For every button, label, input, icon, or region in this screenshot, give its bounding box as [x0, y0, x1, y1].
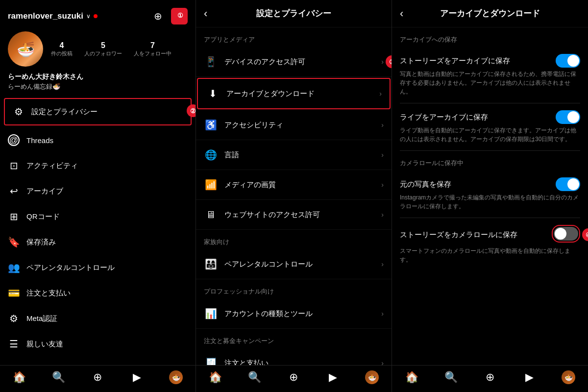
stories-archive-toggle[interactable]	[556, 54, 580, 68]
live-archive-desc: ライブ動画を自動的にアーカイブに保存できます。アーカイブは他の人には表示されませ…	[400, 126, 580, 144]
menu-item-favorites[interactable]: ☆ お気に入り	[0, 357, 196, 365]
online-indicator	[94, 14, 98, 18]
home-nav-icon[interactable]: 🏠	[13, 370, 26, 384]
menu-item-archive[interactable]: ↩ アーカイブ	[0, 178, 196, 204]
stories-archive-header: ストーリーズをアーカイブに保存	[400, 54, 580, 68]
media-quality-item[interactable]: 📶 メディアの画質 ›	[196, 170, 392, 200]
chevron-right-icon: ›	[381, 58, 384, 66]
home-nav-icon3[interactable]: 🏠	[405, 370, 418, 384]
profile-header: ramenlover_suzuki ∨ ⊕ ≡ ① 🍜 4 件の投稿 5 人のフ…	[0, 0, 196, 96]
orders-payment-item[interactable]: 🧾 注文と支払い ›	[196, 348, 392, 365]
add-nav-icon2[interactable]: ⊕	[287, 370, 300, 384]
annotation-4: ④	[582, 228, 588, 241]
back-button[interactable]: ‹	[204, 7, 207, 20]
archive-section-title-2: カメラロールに保存中	[392, 151, 588, 171]
menu-list: @ Threads ⊡ アクティビティ ↩ アーカイブ ⊞ QRコード 🔖 保存…	[0, 125, 196, 365]
archive-back-button[interactable]: ‹	[400, 7, 403, 20]
reels-nav-icon3[interactable]: ▶	[522, 370, 536, 384]
annotation-2: ②	[187, 104, 196, 117]
profile-nav-icon3[interactable]: 🍜	[562, 370, 575, 384]
stories-archive-item: ストーリーズをアーカイブに保存 写真と動画は自動的にアーカイブに保存されるため、…	[392, 47, 588, 103]
original-photos-desc: Instagramカメラで撮った未編集の写真や動画を自動的に自分のカメラロールに…	[400, 193, 580, 211]
close-friends-icon: ☰	[8, 338, 20, 350]
reels-nav-icon[interactable]: ▶	[130, 370, 144, 384]
menu-item-parental[interactable]: 👥 ペアレンタルコントロール	[0, 255, 196, 280]
archive-panel-header: ‹ アーカイブとダウンロード	[392, 0, 588, 27]
device-icon: 📱	[204, 55, 218, 69]
account-types-item[interactable]: 📊 アカウントの種類とツール ›	[196, 299, 392, 329]
panel-profile: ramenlover_suzuki ∨ ⊕ ≡ ① 🍜 4 件の投稿 5 人のフ…	[0, 0, 196, 392]
search-nav-icon3[interactable]: 🔍	[444, 370, 458, 384]
menu-item-qr[interactable]: ⊞ QRコード	[0, 204, 196, 229]
menu-item-saved[interactable]: 🔖 保存済み	[0, 229, 196, 255]
parental-control-icon: 👨‍👩‍👧	[204, 257, 218, 271]
reels-nav-icon2[interactable]: ▶	[326, 370, 340, 384]
parental-control-item[interactable]: 👨‍👩‍👧 ペアレンタルコントロール ›	[196, 249, 392, 279]
toggle-knob-4	[555, 228, 566, 240]
add-nav-icon[interactable]: ⊕	[91, 370, 104, 384]
menu-item-orders[interactable]: 💳 注文と支払い	[0, 280, 196, 306]
menu-item-close-friends[interactable]: ☰ 親しい友達	[0, 331, 196, 357]
threads-icon: @	[8, 134, 20, 146]
add-button[interactable]: ⊕	[149, 8, 166, 24]
qr-label: QRコード	[26, 212, 60, 221]
section-header-professional: プロフェッショナル向け	[196, 279, 392, 299]
panel-settings: ‹ 設定とプライバシー アプリとメディア 📱 デバイスのアクセス許可 › ③ ⬇…	[196, 0, 392, 392]
language-item[interactable]: 🌐 言語 ›	[196, 140, 392, 170]
chevron-right-icon9: ›	[381, 359, 384, 365]
chevron-right-icon2: ›	[379, 90, 382, 98]
stories-archive-title: ストーリーズをアーカイブに保存	[400, 56, 510, 66]
add-nav-icon3[interactable]: ⊕	[483, 370, 497, 384]
profile-top-row: ramenlover_suzuki ∨ ⊕ ≡ ①	[8, 8, 188, 24]
settings-privacy-item[interactable]: ⚙ 設定とプライバシー	[4, 98, 192, 125]
toggle-knob-2	[567, 111, 579, 123]
section-header-orders: 注文と募金キャンペーン	[196, 329, 392, 348]
website-icon: 🖥	[204, 208, 218, 221]
toggle-knob	[567, 55, 579, 67]
stories-camera-roll-desc: スマートフォンのカメラロールに写真や動画を自動的に保存します。	[400, 246, 580, 264]
chevron-down-icon[interactable]: ∨	[86, 13, 91, 20]
website-access-item[interactable]: 🖥 ウェブサイトのアクセス許可 ›	[196, 200, 392, 230]
chevron-right-icon5: ›	[381, 181, 384, 189]
live-archive-toggle[interactable]	[556, 110, 580, 124]
original-photos-item: 元の写真を保存 Instagramカメラで撮った未編集の写真や動画を自動的に自分…	[392, 171, 588, 218]
qr-icon: ⊞	[8, 211, 20, 222]
website-label: ウェブサイトのアクセス許可	[224, 210, 374, 220]
settings-list: アプリとメディア 📱 デバイスのアクセス許可 › ③ ⬇ アーカイブとダウンロー…	[196, 27, 392, 365]
live-archive-title: ライブをアーカイブに保存	[400, 113, 488, 122]
profile-nav-icon2[interactable]: 🍜	[365, 370, 379, 384]
menu-item-meta[interactable]: ⚙ Meta認証	[0, 306, 196, 331]
orders-icon: 💳	[8, 287, 20, 299]
home-nav-icon2[interactable]: 🏠	[209, 370, 222, 384]
live-archive-header: ライブをアーカイブに保存	[400, 110, 580, 124]
stories-camera-roll-toggle[interactable]	[554, 227, 578, 241]
parental-icon: 👥	[8, 262, 20, 273]
stories-camera-roll-toggle-wrap	[552, 225, 580, 243]
activity-icon: ⊡	[8, 160, 20, 172]
following-stat: 7 人をフォロー中	[134, 41, 172, 57]
meta-icon: ⚙	[8, 313, 20, 324]
device-access-item[interactable]: 📱 デバイスのアクセス許可 › ③	[196, 47, 392, 77]
accessibility-item[interactable]: ♿ アクセシビリティ ›	[196, 110, 392, 140]
profile-nav-icon[interactable]: 🍜	[169, 370, 183, 384]
posts-label: 件の投稿	[51, 50, 73, 57]
original-photos-toggle[interactable]	[556, 177, 580, 191]
followers-count: 5	[84, 41, 122, 50]
toggle-wrap: ④	[552, 225, 580, 245]
parental-label: ペアレンタルコントロール	[26, 263, 115, 272]
saved-label: 保存済み	[26, 238, 56, 247]
posts-count: 4	[51, 41, 73, 50]
account-types-label: アカウントの種類とツール	[224, 309, 374, 318]
following-count: 7	[134, 41, 172, 50]
menu-item-threads[interactable]: @ Threads	[0, 127, 196, 153]
search-nav-icon2[interactable]: 🔍	[248, 370, 262, 384]
archive-download-item[interactable]: ⬇ アーカイブとダウンロード ›	[198, 79, 390, 108]
archive-download-label: アーカイブとダウンロード	[226, 89, 372, 98]
username: ramenlover_suzuki	[8, 11, 83, 21]
avatar: 🍜	[8, 31, 43, 67]
menu-item-activity[interactable]: ⊡ アクティビティ	[0, 153, 196, 178]
archive-list: アーカイブへの保存 ストーリーズをアーカイブに保存 写真と動画は自動的にアーカイ…	[392, 27, 588, 365]
archive-panel-title: アーカイブとダウンロード	[440, 8, 540, 19]
following-label: 人をフォロー中	[134, 50, 172, 57]
search-nav-icon[interactable]: 🔍	[52, 370, 66, 384]
